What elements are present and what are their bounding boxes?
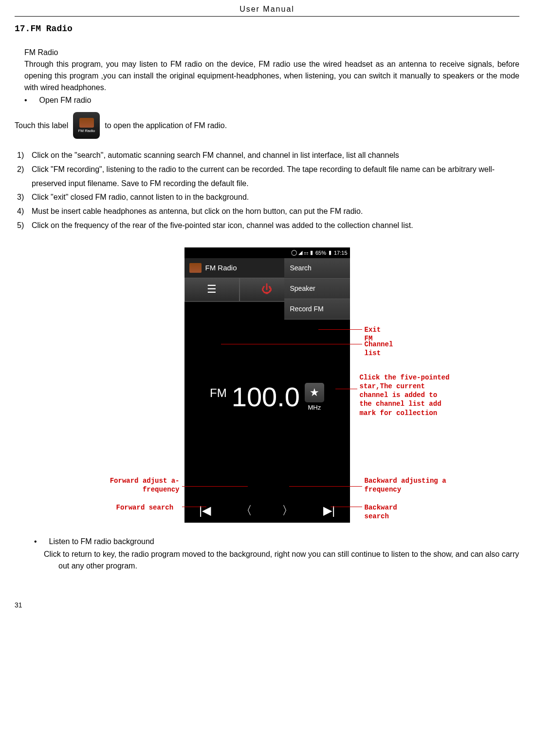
anno-line-bs bbox=[331, 507, 362, 507]
bottom-section: Listen to FM radio background Click to r… bbox=[15, 537, 519, 572]
status-time: 17:15 bbox=[334, 250, 348, 256]
anno-channel-list: Channel list bbox=[365, 340, 393, 358]
anno-star: Click the five-pointed star,The current … bbox=[360, 373, 452, 417]
forward-search-button[interactable]: |◀ bbox=[184, 498, 226, 523]
intro-paragraph: Through this program, you may listen to … bbox=[24, 58, 519, 94]
background-paragraph: Click to return to key, the radio progra… bbox=[44, 548, 519, 572]
list-button[interactable]: ☰ bbox=[184, 278, 239, 302]
step-4: Must be insert cable headphones as anten… bbox=[17, 205, 519, 219]
step-1: Click on the "search", automatic scannin… bbox=[17, 149, 519, 163]
anno-backward-adjust: Backward adjusting a frequency bbox=[365, 476, 462, 494]
frequency-display: FM 100.0 ★ MHz bbox=[184, 365, 350, 429]
anno-line-ba bbox=[289, 486, 362, 487]
section-title: 17.FM Radio bbox=[15, 24, 519, 34]
page-header: User Manual bbox=[15, 5, 519, 17]
fm-radio-app-icon: FM Radio bbox=[73, 112, 100, 139]
radio-icon bbox=[79, 118, 94, 128]
bullet-list-2: Listen to FM radio background bbox=[34, 537, 519, 546]
nav-bar: |◀ 〈 〉 ▶| bbox=[184, 498, 350, 523]
subtitle: FM Radio bbox=[24, 48, 519, 57]
page-number: 31 bbox=[15, 601, 519, 609]
touch-label-post: to open the application of FM radio. bbox=[105, 121, 227, 130]
phone-screenshot: ◯ ◢ ⚏ ▮ 65% ▮ 17:15 FM Radio ☰ ⏻ ⋮ FM 10… bbox=[184, 247, 350, 523]
backward-adjust-button[interactable]: 〉 bbox=[267, 498, 309, 523]
menu-record[interactable]: Record FM bbox=[284, 299, 350, 320]
anno-forward-adjust: Forward adjust a-frequency bbox=[102, 476, 180, 494]
anno-line-channel bbox=[221, 344, 362, 344]
anno-backward-search: Backward search bbox=[365, 503, 397, 521]
mhz-label: MHz bbox=[308, 404, 321, 411]
bullet-list: Open FM radio bbox=[24, 96, 519, 105]
diagram: ◯ ◢ ⚏ ▮ 65% ▮ 17:15 FM Radio ☰ ⏻ ⋮ FM 10… bbox=[15, 247, 519, 523]
fm-title: FM Radio bbox=[205, 264, 237, 272]
anno-line-fs bbox=[182, 507, 206, 507]
star-mhz-unit: ★ MHz bbox=[305, 383, 324, 411]
step-2: Click "FM recording", listening to the r… bbox=[17, 163, 519, 191]
frequency-value: 100.0 bbox=[232, 381, 300, 413]
status-bar: ◯ ◢ ⚏ ▮ 65% ▮ 17:15 bbox=[184, 247, 350, 258]
battery-icon: ▮ bbox=[329, 249, 331, 256]
backward-search-button[interactable]: ▶| bbox=[309, 498, 350, 523]
step-5: Click on the frequency of the rear of th… bbox=[17, 219, 519, 233]
anno-line-exit bbox=[318, 329, 362, 330]
status-icons: ◯ ◢ ⚏ ▮ bbox=[291, 249, 313, 256]
forward-adjust-button[interactable]: 〈 bbox=[226, 498, 267, 523]
menu-speaker[interactable]: Speaker bbox=[284, 279, 350, 299]
star-icon[interactable]: ★ bbox=[305, 383, 324, 402]
numbered-steps: Click on the "search", automatic scannin… bbox=[17, 149, 519, 233]
menu-search[interactable]: Search bbox=[284, 258, 350, 279]
icon-label: FM Radio bbox=[78, 129, 95, 133]
battery-percent: 65% bbox=[315, 250, 326, 256]
bullet-open-fm: Open FM radio bbox=[24, 96, 519, 105]
anno-line-fa bbox=[182, 486, 248, 487]
anno-forward-search: Forward search bbox=[116, 503, 174, 512]
bullet-listen-background: Listen to FM radio background bbox=[34, 537, 519, 546]
touch-label-row: Touch this label FM Radio to open the ap… bbox=[15, 112, 519, 139]
menu-panel: Search Speaker Record FM bbox=[284, 258, 350, 320]
fm-label: FM bbox=[210, 386, 227, 400]
touch-label-pre: Touch this label bbox=[15, 121, 68, 130]
step-3: Click "exit" closed FM radio, cannot lis… bbox=[17, 190, 519, 205]
radio-small-icon bbox=[189, 263, 202, 273]
anno-line-star bbox=[335, 389, 357, 389]
